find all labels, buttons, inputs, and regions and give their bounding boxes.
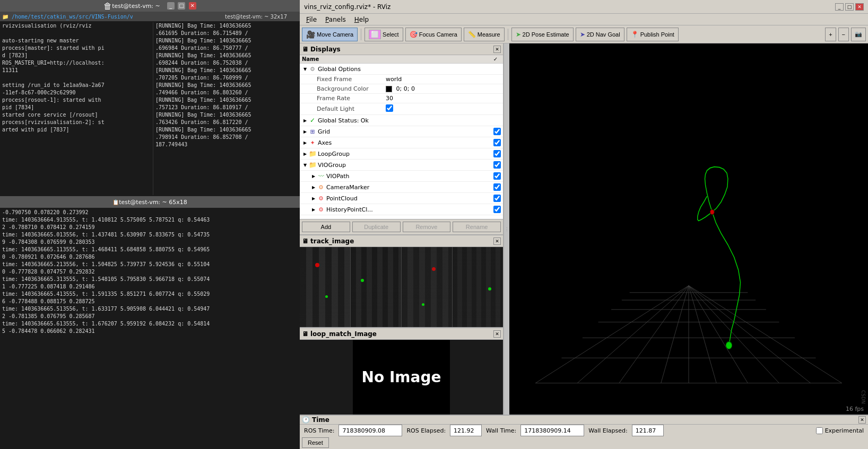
- add-display-button[interactable]: Add: [302, 222, 350, 232]
- rviz-3d-view[interactable]: 16 fps CSDN: [509, 43, 868, 415]
- term-line: .696984 Duration: 86.750777 /: [155, 45, 298, 52]
- terminal-maximize-btn[interactable]: □: [178, 2, 185, 10]
- default-light-label: Default Light: [317, 105, 386, 112]
- loop-group-checkbox[interactable]: [493, 150, 501, 157]
- point-cloud-item[interactable]: ▶ ⚙ PointCloud: [300, 193, 503, 204]
- displays-tree[interactable]: Name ✓ ▼ ⚙ Global Options Fixed Frame wo…: [300, 55, 503, 219]
- rviz-window-controls[interactable]: _ □ ✕: [835, 3, 864, 11]
- time-panel-close-btn[interactable]: ✕: [858, 416, 866, 424]
- term-line: 0 -0.780921 0.072646 0.287686: [2, 253, 298, 261]
- grid-arrow[interactable]: ▶: [302, 128, 308, 135]
- rviz-minimize-btn[interactable]: _: [835, 3, 844, 11]
- vio-group-arrow[interactable]: ▼: [302, 162, 308, 168]
- remove-display-button[interactable]: Remove: [403, 222, 451, 232]
- 2d-nav-button[interactable]: ➤ 2D Nav Goal: [576, 28, 624, 41]
- loop-image-right: [450, 340, 503, 415]
- track-image-close-btn[interactable]: ✕: [493, 237, 501, 245]
- vio-group-checkbox[interactable]: [493, 161, 501, 169]
- duplicate-display-button[interactable]: Duplicate: [352, 222, 401, 232]
- grid-checkbox[interactable]: [493, 128, 501, 135]
- term-line: time: 1403636665.513556, t: 1.633177 5.9…: [2, 305, 298, 313]
- term-line: time: 1403636665.113555, t: 1.468411 5.6…: [2, 246, 298, 253]
- rename-display-button[interactable]: Rename: [453, 222, 501, 232]
- wall-elapsed-value[interactable]: 121.87: [632, 425, 664, 436]
- rviz-maximize-btn[interactable]: □: [845, 3, 854, 11]
- term-line: [RUNNING] Bag Time: 1403636665: [155, 37, 298, 45]
- ros-time-value[interactable]: 718380909.08: [338, 425, 402, 436]
- camera-marker-checkbox[interactable]: [493, 183, 501, 191]
- svg-point-19: [710, 209, 714, 214]
- grid-item[interactable]: ▶ ⊞ Grid: [300, 126, 503, 137]
- terminal-minimize-btn[interactable]: _: [167, 2, 175, 10]
- track-image-title: 🖥 track_image: [302, 237, 354, 245]
- menu-help[interactable]: Help: [350, 15, 373, 24]
- frame-rate-value[interactable]: 30: [386, 95, 501, 102]
- terminal-close-btn[interactable]: ✕: [189, 2, 196, 10]
- background-color-value[interactable]: 0; 0; 0: [386, 85, 501, 92]
- global-status-arrow[interactable]: ▶: [302, 117, 308, 124]
- global-status-item[interactable]: ▶ ✓ Global Status: Ok: [300, 115, 503, 126]
- vio-group-item[interactable]: ▼ 📁 VIOGroup: [300, 160, 503, 171]
- focus-camera-label: Focus Camera: [419, 31, 457, 38]
- term-line: rvizvisualisation (rviz/rviz: [2, 22, 151, 30]
- global-options-arrow[interactable]: ▼: [302, 66, 308, 72]
- term-line: [RUNNING] Bag Time: 1403636665: [155, 67, 298, 74]
- vio-path-checkbox[interactable]: [493, 172, 501, 180]
- terminal-trash-icon: 🗑: [103, 1, 112, 11]
- focus-camera-button[interactable]: 🎯 Focus Camera: [405, 28, 462, 41]
- camera-tool-button[interactable]: 📷: [851, 28, 866, 41]
- vio-path-item[interactable]: ▶ 〰 VIOPath: [300, 171, 503, 182]
- rviz-close-btn[interactable]: ✕: [855, 3, 864, 11]
- axes-item[interactable]: ▶ ✦ Axes: [300, 137, 503, 148]
- wall-elapsed-label: Wall Elapsed:: [588, 427, 627, 434]
- axes-arrow[interactable]: ▶: [302, 139, 308, 146]
- vio-group-label: VIOGroup: [318, 162, 491, 169]
- time-panel-title: 🕐 Time: [302, 416, 329, 424]
- ros-elapsed-value[interactable]: 121.92: [450, 425, 482, 436]
- terminal-top-titlebar: 🗑 test@test-vm: ~ _ □ ✕: [0, 0, 300, 12]
- fixed-frame-value[interactable]: world: [386, 76, 501, 83]
- wall-time-value[interactable]: 1718380909.14: [520, 425, 584, 436]
- reset-button[interactable]: Reset: [302, 437, 329, 448]
- term-line: time: 1403636665.213556, t: 1.504825 5.7…: [2, 261, 298, 268]
- experimental-checkbox[interactable]: [816, 427, 823, 434]
- term-line: time: 1403636665.613555, t: 1.676207 5.9…: [2, 320, 298, 328]
- select-button[interactable]: ⬜ Select: [364, 28, 403, 41]
- displays-close-btn[interactable]: ✕: [493, 46, 501, 53]
- camera-marker-arrow[interactable]: ▶: [310, 184, 317, 190]
- menu-file[interactable]: File: [302, 15, 321, 24]
- point-cloud-checkbox[interactable]: [493, 195, 501, 202]
- point-cloud-arrow[interactable]: ▶: [310, 195, 317, 201]
- term-line: .763426 Duration: 86.817220 /: [155, 119, 298, 126]
- history-point-checkbox[interactable]: [493, 206, 501, 213]
- history-point-item[interactable]: ▶ ⚙ HistoryPointCl...: [300, 204, 503, 215]
- move-camera-button[interactable]: 🎥 Move Camera: [302, 28, 358, 41]
- loop-group-arrow[interactable]: ▶: [302, 151, 308, 157]
- plus-tool-button[interactable]: +: [825, 28, 836, 41]
- default-light-value[interactable]: [386, 104, 501, 113]
- menu-panels[interactable]: Panels: [321, 15, 350, 24]
- terminal-bottom-content: -0.790750 0.078220 0.273992 time: 140363…: [0, 208, 300, 449]
- axes-checkbox[interactable]: [493, 139, 501, 146]
- global-options-item[interactable]: ▼ ⚙ Global Options: [300, 64, 503, 75]
- term-line: process[rosout-1]: started with: [2, 96, 151, 104]
- loop-group-item[interactable]: ▶ 📁 LoopGroup: [300, 148, 503, 160]
- vio-path-arrow[interactable]: ▶: [310, 173, 317, 179]
- publish-point-button[interactable]: 📍 Publish Point: [627, 28, 679, 41]
- default-light-checkbox[interactable]: [386, 104, 393, 112]
- displays-panel: 🖥 Displays ✕ Name ✓ ▼ ⚙ Global: [300, 43, 503, 234]
- camera-marker-item[interactable]: ▶ ⚙ CameraMarker: [300, 182, 503, 193]
- loop-image-titlebar: 🖥 loop_match_Image ✕: [300, 328, 503, 340]
- term-line: [RUNNING] Bag Time: 1403636665: [155, 52, 298, 59]
- measure-button[interactable]: 📏 Measure: [464, 28, 505, 41]
- term-line: [RUNNING] Bag Time: 1403636665: [155, 22, 298, 30]
- minus-tool-button[interactable]: −: [838, 28, 849, 41]
- publish-point-label: Publish Point: [640, 31, 674, 38]
- 2d-pose-button[interactable]: ➤ 2D Pose Estimate: [511, 28, 574, 41]
- loop-image-close-btn[interactable]: ✕: [493, 330, 501, 338]
- history-point-arrow[interactable]: ▶: [310, 206, 317, 213]
- terminal-top-controls[interactable]: _ □ ✕: [166, 2, 196, 10]
- term-line: d [7823]: [2, 52, 151, 59]
- fps-counter: 16 fps: [846, 406, 864, 412]
- panel-resize-handle[interactable]: ⋮: [504, 43, 509, 415]
